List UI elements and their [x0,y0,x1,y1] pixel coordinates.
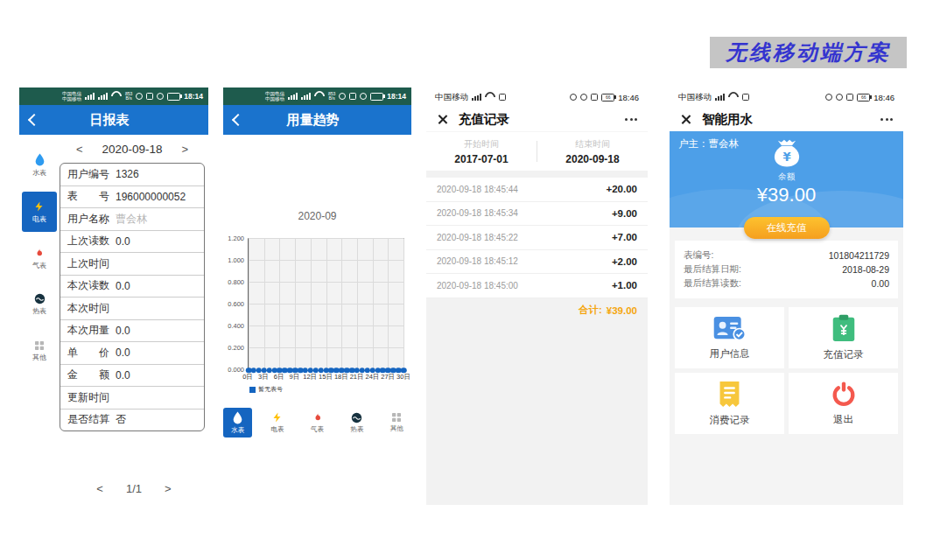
eye-icon [825,94,832,101]
sidebar-item-gas-meter[interactable]: 气表 [22,238,57,278]
page-title: 用量趋势 [242,112,383,129]
tab-water-meter[interactable]: 水表 [223,408,252,438]
record-row: 2020-09-18 18:45:22+7.00 [426,226,648,250]
signal-bars-icon [98,93,108,100]
close-icon[interactable] [437,114,448,125]
chart-y-axis: 0.0000.2000.4000.6000.8001.0001.200 [225,238,248,369]
record-row: 2020-09-18 18:45:12+2.00 [426,250,648,275]
battery-icon [167,93,180,101]
tab-heat-meter[interactable]: 热表 [342,408,371,438]
status-time: 18:46 [618,93,639,102]
legend-label: 暂无表号 [258,385,283,394]
sidebar-item-electric-meter[interactable]: 电表 [22,192,57,232]
tab-gas-meter[interactable]: 气表 [303,408,332,438]
balance-card: 户主：曹会林 ¥ 余额 ¥39.00 在线充值 [670,131,903,228]
table-row: 更新时间 [60,386,204,409]
phone-recharge-records: 中国移动 66 18:46 充值记录 开始时间 2017-07-01 结束时间 … [426,88,648,505]
menu-exit[interactable]: 退出 [789,373,898,434]
signal-bars-icon [301,93,311,100]
more-menu-icon[interactable] [880,118,893,121]
record-row: 2020-09-18 18:45:34+9.00 [426,202,648,227]
status-bar: 中国电信 中国移动 853 B/s 18:14 [19,88,208,105]
status-time: 18:14 [387,92,406,101]
grid-icon [34,340,45,351]
page-indicator: 1/1 [126,482,142,495]
start-date-field[interactable]: 开始时间 2017-07-01 [426,138,537,165]
info-row: 表编号:101804211729 [684,248,889,262]
nfc-icon [146,93,153,100]
record-row: 2020-09-18 18:45:44+20.00 [426,178,648,202]
signal-bars-icon [472,94,481,101]
receipt-icon [718,381,741,408]
bluetooth-icon [846,94,853,101]
battery-icon: 66 [601,94,614,102]
close-icon[interactable] [680,114,691,125]
meter-type-sidebar: 水表 电表 气表 热表 其他 [19,135,60,431]
table-row: 本次用量0.0 [60,319,204,342]
total-row: 合计: ¥39.00 [426,298,648,323]
end-date-field[interactable]: 结束时间 2020-09-18 [537,138,648,165]
table-row: 单 价0.0 [60,341,204,364]
signal-bars-icon [85,93,95,100]
balance-label: 余额 [778,172,795,183]
page-title: 充值记录 [459,111,509,128]
divider [426,171,648,178]
wifi-icon [109,89,123,104]
sidebar-item-water-meter[interactable]: 水表 [22,145,57,186]
next-date-button[interactable]: > [182,143,189,156]
sidebar-item-heat-meter[interactable]: 热表 [22,284,57,325]
nav-bar: 用量趋势 [223,105,411,135]
carrier-labels: 中国电信 中国移动 [62,91,81,102]
eye-icon [136,93,143,100]
report-content: 水表 电表 气表 热表 其他 < 2020-09-18 [19,135,208,431]
table-row: 是否结算否 [60,409,204,431]
balance-value: ¥39.00 [757,184,816,206]
meter-info-card: 表编号:101804211729 最后结算日期:2018-08-29 最后结算读… [675,241,898,298]
report-main: < 2020-09-18 > 用户编号1326 表 号196000000052 … [60,135,208,431]
flame-icon [312,411,323,424]
battery-icon [370,93,383,101]
selected-date[interactable]: 2020-09-18 [102,143,162,156]
hourglass-icon [742,94,749,101]
alarm-icon [836,94,843,101]
lightning-icon [272,411,283,424]
usage-chart: 0.0000.2000.4000.6000.8001.0001.200 [225,238,404,371]
prev-date-button[interactable]: < [76,143,83,156]
more-menu-icon[interactable] [625,118,637,121]
phone-daily-report: 中国电信 中国移动 853 B/s 18:14 日报表 水表 电表 [19,88,208,506]
page-title: 智能用水 [702,111,753,128]
status-bar: 中国电信 中国移动 853 B/s 18:14 [223,88,411,105]
wifi-icon [312,89,326,104]
pagination: < 1/1 > [60,482,208,495]
money-bag-icon: ¥ [769,138,804,171]
report-table: 用户编号1326 表 号196000000052 用户名称曹会林 上次读数0.0… [60,163,205,431]
phone-smart-water: 中国移动 66 18:46 智能用水 户主：曹会林 ¥ 余额 ¥39.00 在线… [670,88,903,505]
carrier-label: 中国移动 [435,92,468,103]
tab-other[interactable]: 其他 [382,408,411,438]
table-row: 本次读数0.0 [60,275,204,298]
alarm-icon [360,93,367,100]
power-icon [831,381,857,407]
wifi-icon [726,90,741,105]
menu-consumption-records[interactable]: 消费记录 [675,373,784,434]
sidebar-item-other[interactable]: 其他 [22,331,57,371]
next-page-button[interactable]: > [165,482,172,495]
flame-icon [34,247,45,259]
page-title-banner: 无线移动端方案 [710,37,907,68]
eye-icon [339,93,346,100]
table-row: 金 额0.0 [60,364,204,387]
status-time: 18:46 [873,93,894,102]
info-row: 最后结算读数:0.00 [684,276,889,290]
menu-recharge-records[interactable]: 充值记录 [789,307,898,368]
prev-page-button[interactable]: < [96,482,103,495]
online-recharge-button[interactable]: 在线充值 [744,217,830,239]
status-time: 18:14 [184,92,203,101]
date-selector: < 2020-09-18 > [60,135,205,163]
network-speed: 853 B/s [328,92,335,102]
alarm-icon [580,94,587,101]
tab-electric-meter[interactable]: 电表 [263,408,291,438]
eye-icon [570,94,577,101]
menu-user-info[interactable]: 用户信息 [675,307,784,368]
table-row: 表 号196000000052 [60,186,204,208]
wifi-icon [483,90,498,105]
